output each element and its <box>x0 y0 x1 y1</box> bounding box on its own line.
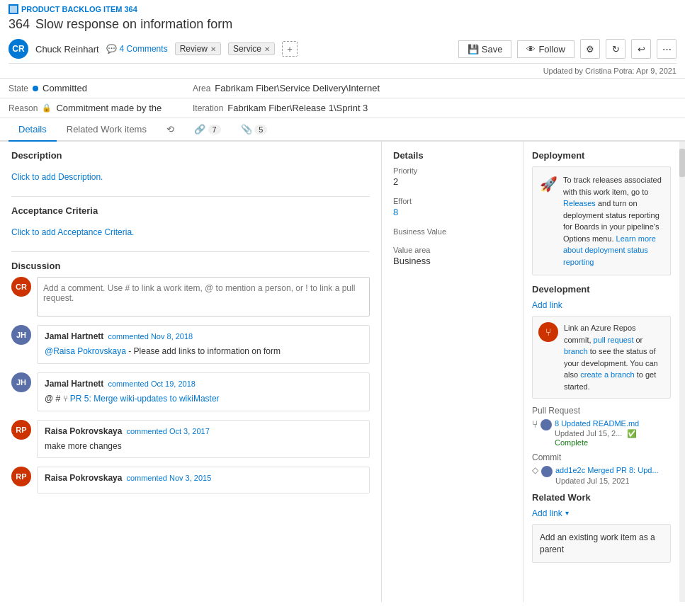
mention[interactable]: @Raisa Pokrovskaya <box>45 346 126 356</box>
comment-date[interactable]: commented Nov 3, 2015 <box>126 474 211 482</box>
branch-link[interactable]: branch <box>564 347 588 355</box>
learn-more-link[interactable]: Learn more about deployment status repor… <box>563 234 656 266</box>
details-title: Details <box>393 150 511 161</box>
add-description[interactable]: Click to add Description. <box>11 166 370 188</box>
commit-item: ◇ add1e2c Merged PR 8: Upd... Updated Ju… <box>532 465 671 484</box>
comment-input[interactable] <box>37 277 370 316</box>
commit-section: Commit ◇ add1e2c Merged PR 8: Upd... Upd… <box>532 452 671 484</box>
add-acceptance-criteria[interactable]: Click to add Acceptance Criteria. <box>11 222 370 243</box>
iteration-field: Iteration Fabrikam Fiber\Release 1\Sprin… <box>193 103 676 113</box>
comment-item: RP Raisa Pokrovskaya commented Oct 3, 20… <box>11 420 370 459</box>
state-value: Committed <box>43 83 87 93</box>
tab-details[interactable]: Details <box>9 118 57 142</box>
updated-text: Updated by Cristina Potra: Apr 9, 2021 <box>9 64 676 78</box>
save-icon: 💾 <box>468 44 479 55</box>
product-icon <box>9 4 18 14</box>
comment-body: Raisa Pokrovskaya commented Nov 3, 2015 <box>37 467 370 494</box>
releases-link[interactable]: Releases <box>563 199 596 207</box>
effort-value: 8 <box>393 207 511 217</box>
comment-header: Jamal Hartnett commented Oct 19, 2018 <box>45 379 362 389</box>
pr-details: 8 Updated README.md Updated Jul 15, 2...… <box>555 418 671 447</box>
comments-button[interactable]: 💬 4 Comments <box>106 44 168 54</box>
value-area-label: Value area <box>393 246 511 254</box>
commit-date: Updated Jul 15, 2021 <box>555 477 659 485</box>
pr-link[interactable]: PR 5: Merge wiki-updates to wikiMaster <box>70 394 220 404</box>
commit-avatar <box>541 466 553 477</box>
existing-work-card[interactable]: Add an existing work item as a parent <box>532 524 671 564</box>
comment-author: Jamal Hartnett <box>45 331 103 341</box>
pr-section-label: Pull Request <box>532 406 671 416</box>
current-user-avatar: CR <box>11 277 31 297</box>
reason-field: Reason 🔒 Commitment made by the <box>9 103 193 113</box>
priority-label: Priority <box>393 166 511 175</box>
scrollbar-track[interactable] <box>679 142 685 602</box>
comment-text: @ # ⑂ PR 5: Merge wiki-updates to wikiMa… <box>45 393 362 405</box>
comment-avatar: JH <box>11 325 31 345</box>
status-dot: ✅ <box>627 429 637 438</box>
development-section: Development Add link ⑂ Link an Azure Rep… <box>532 284 671 485</box>
state-dot <box>33 86 38 91</box>
comment-author: Jamal Hartnett <box>45 379 103 389</box>
comment-date[interactable]: commented Oct 19, 2018 <box>108 380 196 388</box>
area-field: Area Fabrikam Fiber\Service Delivery\Int… <box>193 83 676 93</box>
pr-meta: Updated Jul 15, 2... ✅ Complete <box>555 429 671 447</box>
deployment-icon: 🚀 <box>540 176 557 268</box>
scrollbar-thumb[interactable] <box>679 149 685 177</box>
value-area-value: Business <box>393 256 511 266</box>
comment-date[interactable]: commented Nov 8, 2018 <box>108 332 193 341</box>
product-label: PRODUCT BACKLOG ITEM 364 <box>9 4 676 17</box>
chevron-down-icon: ▾ <box>565 509 569 517</box>
value-area-field: Value area Business <box>393 246 511 266</box>
item-title: Slow response on information form <box>35 17 232 32</box>
comment-text: make more changes <box>45 440 362 452</box>
comment-author: Raisa Pokrovskaya <box>45 426 122 436</box>
add-link-label[interactable]: Add link <box>532 508 562 518</box>
tab-history[interactable]: ⟲ <box>157 118 184 142</box>
lock-icon: 🔒 <box>42 103 52 113</box>
tag-review-remove[interactable]: ✕ <box>210 45 216 53</box>
pr-text[interactable]: 8 Updated README.md <box>555 418 671 429</box>
settings-button[interactable]: ⚙ <box>580 39 600 59</box>
undo-button[interactable]: ↩ <box>631 39 651 59</box>
pr-avatar <box>540 419 552 430</box>
tag-service-remove[interactable]: ✕ <box>264 45 270 53</box>
follow-button[interactable]: 👁 Follow <box>517 40 574 58</box>
right-panel: Deployment 🚀 To track releases associate… <box>523 142 679 602</box>
dev-card-text: Link an Azure Repos commit, pull request… <box>564 322 664 392</box>
create-branch-link[interactable]: create a branch <box>580 370 634 379</box>
eye-icon: 👁 <box>526 44 536 55</box>
more-options-button[interactable]: ⋯ <box>657 39 676 59</box>
comment-item: RP Raisa Pokrovskaya commented Nov 3, 20… <box>11 467 370 494</box>
pull-request-link[interactable]: pull request <box>594 336 634 344</box>
details-panel: Details Priority 2 Effort 8 Business Val… <box>382 142 523 602</box>
comment-date[interactable]: commented Oct 3, 2017 <box>126 427 209 435</box>
commit-details: add1e2c Merged PR 8: Upd... Updated Jul … <box>555 465 659 484</box>
business-value-field: Business Value <box>393 227 511 236</box>
comment-text: @Raisa Pokrovskaya - Please add links to… <box>45 346 362 358</box>
related-work-add-link[interactable]: Add link ▾ <box>532 508 671 518</box>
area-value: Fabrikam Fiber\Service Delivery\Internet <box>215 83 380 93</box>
commit-id[interactable]: add1e2c Merged PR 8: Upd... <box>555 465 659 476</box>
comment-avatar: RP <box>11 467 31 486</box>
deployment-title: Deployment <box>532 150 671 161</box>
effort-field: Effort 8 <box>393 197 511 217</box>
comment-avatar: JH <box>11 372 31 392</box>
acceptance-criteria-title: Acceptance Criteria <box>11 205 370 216</box>
pull-request-section: Pull Request ⑂ 8 Updated README.md Updat… <box>532 406 671 447</box>
save-button[interactable]: 💾 Save <box>458 40 512 58</box>
iteration-value: Fabrikam Fiber\Release 1\Sprint 3 <box>227 103 368 113</box>
tab-links[interactable]: 🔗 7 <box>184 118 231 142</box>
dev-add-link-button[interactable]: Add link <box>532 300 671 310</box>
left-panel: Description Click to add Description. Ac… <box>0 142 382 602</box>
refresh-button[interactable]: ↻ <box>606 39 625 59</box>
priority-field: Priority 2 <box>393 166 511 187</box>
repos-icon: ⑂ <box>538 322 558 342</box>
comment-body: Jamal Hartnett commented Nov 8, 2018 @Ra… <box>37 325 370 364</box>
priority-value: 2 <box>393 176 511 187</box>
comment-item: JH Jamal Hartnett commented Nov 8, 2018 … <box>11 325 370 364</box>
comment-body: Raisa Pokrovskaya commented Oct 3, 2017 … <box>37 420 370 459</box>
tab-related-work-items[interactable]: Related Work items <box>57 118 157 142</box>
add-tag-button[interactable]: + <box>282 41 298 57</box>
tab-attachments[interactable]: 📎 5 <box>231 118 278 142</box>
meta-right: 💾 Save 👁 Follow ⚙ ↻ ↩ ⋯ <box>458 39 676 59</box>
